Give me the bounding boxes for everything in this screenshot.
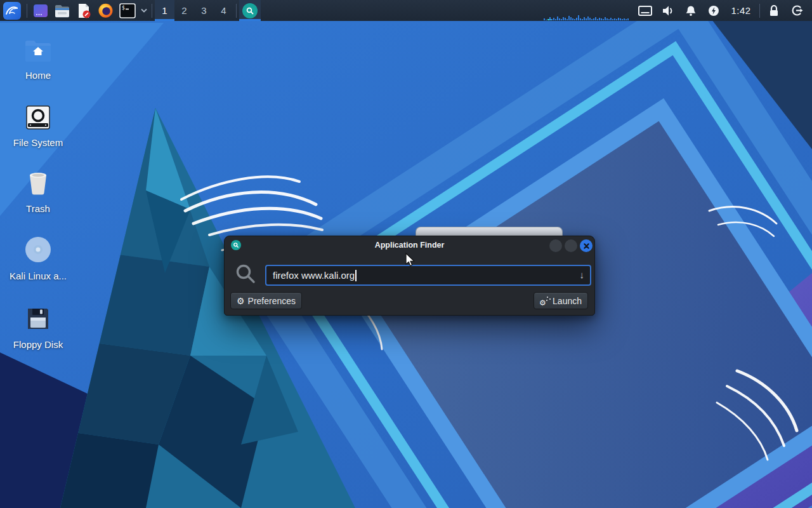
desktop-icon-kali-cdrom[interactable]: Kali Linux a... xyxy=(5,235,71,281)
workspace-label: 1 xyxy=(162,5,167,16)
launcher-dashboard[interactable] xyxy=(30,0,51,21)
launcher-text-editor[interactable] xyxy=(73,0,95,21)
minimize-button[interactable] xyxy=(549,239,562,252)
preferences-label: Preferences xyxy=(248,296,296,306)
svg-text:$: $ xyxy=(122,5,125,11)
workspace-label: 4 xyxy=(221,5,226,16)
search-input-value: firefox www.kali.org xyxy=(273,270,355,281)
launcher-file-manager[interactable] xyxy=(51,0,73,21)
cpu-graph-bar xyxy=(616,19,617,20)
cpu-graph-bar xyxy=(612,19,613,20)
gear-icon: ⚙ xyxy=(237,297,245,305)
cpu-graph-bar xyxy=(595,17,596,20)
workspace-button-1[interactable]: 1 xyxy=(155,0,174,21)
cpu-graph-bar xyxy=(589,18,591,20)
desktop-icon-floppy-disk[interactable]: Floppy Disk xyxy=(5,304,71,350)
cpu-graph-bar xyxy=(561,19,562,20)
launcher-firefox[interactable] xyxy=(95,0,116,21)
cpu-graph-bar xyxy=(608,19,610,20)
cpu-graph-bar xyxy=(546,20,547,20)
launch-gear-icon: ⚙ xyxy=(540,296,549,305)
cpu-graph-bar xyxy=(618,18,619,20)
window-title: Application Finder xyxy=(375,241,445,250)
cpu-graph-bar xyxy=(591,19,593,20)
power-manager-icon xyxy=(708,5,719,17)
chevron-down-icon xyxy=(141,8,147,13)
dashboard-icon xyxy=(32,3,49,19)
desktop-icon-trash[interactable]: Trash xyxy=(5,168,71,214)
cpu-graph-bar xyxy=(587,17,589,20)
top-panel: $ 1 2 3 4 xyxy=(0,0,812,21)
logout-button[interactable] xyxy=(785,0,808,21)
cpu-graph-bar xyxy=(549,17,551,20)
logout-icon xyxy=(791,4,803,17)
cpu-graph-bar xyxy=(606,18,608,20)
cpu-graph-bar xyxy=(576,18,577,20)
taskbar-application-finder-button[interactable] xyxy=(239,0,261,21)
workspace-button-3[interactable]: 3 xyxy=(194,0,214,21)
desktop-icon-label: Home xyxy=(25,70,51,81)
panel-separator xyxy=(27,4,27,18)
floppy-disk-icon xyxy=(25,304,51,331)
applications-menu-button[interactable] xyxy=(0,0,24,21)
cpu-graph-bar xyxy=(620,18,621,20)
cpu-graph-bar xyxy=(605,17,606,20)
cpu-graph-bar xyxy=(610,18,612,20)
desktop-icon-label: Floppy Disk xyxy=(13,339,63,350)
button-row: ⚙ Preferences ⚙ Launch xyxy=(225,292,594,311)
volume-icon xyxy=(662,5,674,17)
cpu-graph-bar xyxy=(625,19,627,20)
cpu-graph-bar xyxy=(578,15,579,20)
power-manager-button[interactable] xyxy=(702,0,725,21)
panel-separator xyxy=(152,4,152,18)
workspace-button-2[interactable]: 2 xyxy=(174,0,194,21)
kali-menu-icon xyxy=(3,2,21,20)
clock[interactable]: 1:42 xyxy=(725,0,757,21)
preferences-button[interactable]: ⚙ Preferences xyxy=(230,292,302,309)
workspace-label: 2 xyxy=(181,5,187,16)
titlebar[interactable]: Application Finder xyxy=(225,236,594,254)
close-icon xyxy=(584,243,589,249)
desktop-icon-label: File System xyxy=(13,137,63,148)
arrow-down-icon[interactable]: ↓ xyxy=(580,269,585,280)
terminal-icon: $ xyxy=(119,3,136,18)
keyboard-layout-button[interactable] xyxy=(634,0,657,21)
mouse-cursor xyxy=(403,252,416,267)
notifications-button[interactable] xyxy=(679,0,702,21)
trash-icon xyxy=(25,168,51,196)
cpu-graph-bar xyxy=(559,18,560,20)
cpu-graph-bar xyxy=(614,18,615,20)
cpu-graph-widget[interactable] xyxy=(544,0,634,21)
desktop-icon-label: Kali Linux a... xyxy=(10,271,67,281)
file-system-drive-icon xyxy=(25,102,51,130)
application-finder-icon xyxy=(242,3,258,18)
cpu-graph-bar xyxy=(584,17,585,20)
desktop-icon-file-system[interactable]: File System xyxy=(5,102,71,148)
panel-separator xyxy=(759,4,760,18)
desktop-icon-home[interactable]: Home xyxy=(5,34,71,81)
workspace-button-4[interactable]: 4 xyxy=(214,0,233,21)
cpu-graph-bar xyxy=(582,19,583,20)
terminal-dropdown-button[interactable] xyxy=(139,0,149,21)
cpu-graph-bar xyxy=(555,19,556,20)
panel-separator xyxy=(236,4,237,18)
desktop: $ 1 2 3 4 xyxy=(0,0,812,508)
launch-label: Launch xyxy=(553,296,582,306)
keyboard-icon xyxy=(638,6,652,16)
cpu-graph-bar xyxy=(580,18,581,20)
search-input[interactable]: firefox www.kali.org ↓ xyxy=(265,265,591,286)
cpu-graph-bar xyxy=(572,18,573,20)
lock-screen-button[interactable] xyxy=(763,0,785,21)
maximize-button[interactable] xyxy=(565,239,577,252)
cpu-graph-bar xyxy=(624,18,625,20)
cpu-graph-bar xyxy=(551,19,553,20)
home-folder-icon xyxy=(25,34,51,62)
cpu-graph-bar xyxy=(586,18,587,20)
cpu-graph-bar xyxy=(557,17,558,20)
close-button[interactable] xyxy=(580,239,593,252)
launcher-terminal[interactable]: $ xyxy=(116,0,139,21)
launch-button[interactable]: ⚙ Launch xyxy=(534,292,588,309)
volume-button[interactable] xyxy=(657,0,679,21)
cdrom-disc-icon xyxy=(25,235,51,263)
cpu-graph-bar xyxy=(570,17,572,20)
